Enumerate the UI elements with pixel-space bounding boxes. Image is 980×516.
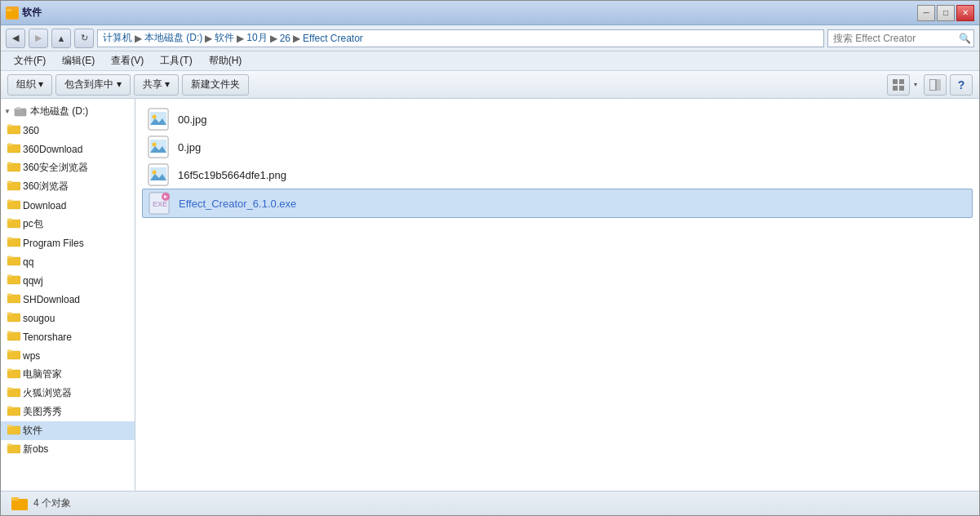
menu-tools[interactable]: 工具(T)	[153, 52, 198, 69]
svg-rect-43	[7, 407, 12, 409]
status-bar: 4 个对象	[1, 491, 979, 515]
organize-button[interactable]: 组织 ▾	[7, 74, 52, 96]
svg-rect-70	[11, 499, 28, 510]
folder-icon-1	[7, 142, 19, 156]
menu-edit[interactable]: 编辑(E)	[55, 52, 101, 69]
sidebar-label-0: 360	[23, 125, 39, 136]
folder-icon-2	[7, 161, 19, 175]
path-day[interactable]: 26	[280, 33, 290, 44]
svg-rect-41	[7, 388, 12, 390]
svg-text:EXE: EXE	[153, 200, 167, 208]
view-dropdown-arrow[interactable]: ▾	[914, 81, 917, 88]
include-library-button[interactable]: 包含到库中 ▾	[55, 74, 130, 96]
sidebar-item-3[interactable]: 360浏览器	[1, 177, 135, 196]
file-item-3[interactable]: EXE Effect_Creator_6.1.0.exe	[142, 189, 973, 218]
search-icon[interactable]: 🔍	[958, 32, 971, 45]
file-name-3: Effect_Creator_6.1.0.exe	[179, 198, 296, 210]
file-icon-3: EXE	[148, 192, 174, 215]
folder-title-icon	[6, 7, 19, 20]
view-list-button[interactable]	[887, 74, 910, 96]
sidebar-label-10: sougou	[23, 313, 55, 324]
address-path[interactable]: 计算机 ▶ 本地磁盘 (D:) ▶ 软件 ▶ 10月 ▶ 26 ▶ Effect…	[97, 29, 824, 47]
sidebar-item-16[interactable]: 软件	[1, 421, 135, 440]
file-item-2[interactable]: 16f5c19b5664dfe1.png	[142, 161, 973, 189]
svg-rect-9	[16, 107, 20, 109]
sidebar-label-8: qqwj	[23, 275, 43, 287]
disk-label: 本地磁盘 (D:)	[30, 105, 88, 118]
title-bar: 软件 ─ □ ✕	[1, 1, 979, 25]
svg-rect-45	[7, 425, 12, 428]
sidebar-label-3: 360浏览器	[23, 180, 69, 194]
menu-bar: 文件(F) 编辑(E) 查看(V) 工具(T) 帮助(H)	[1, 51, 979, 71]
folder-icon-15	[7, 405, 19, 419]
path-drive[interactable]: 本地磁盘 (D:)	[144, 31, 202, 45]
folder-icon-16	[7, 424, 19, 438]
file-item-0[interactable]: 00.jpg	[142, 105, 973, 133]
svg-rect-13	[7, 125, 12, 127]
file-name-1: 0.jpg	[178, 141, 201, 153]
folder-icon-9	[7, 292, 19, 306]
title-controls: ─ □ ✕	[917, 5, 974, 21]
path-computer[interactable]: 计算机	[103, 31, 132, 45]
sidebar: ▼ 本地磁盘 (D:) 360 360Download 360安全浏览器 360…	[1, 99, 135, 491]
sidebar-item-11[interactable]: Tenorshare	[1, 327, 135, 346]
up-button[interactable]: ▲	[51, 29, 71, 48]
sidebar-item-4[interactable]: Download	[1, 196, 135, 215]
menu-view[interactable]: 查看(V)	[104, 52, 150, 69]
file-item-1[interactable]: 0.jpg	[142, 133, 973, 161]
preview-pane-button[interactable]	[924, 74, 947, 96]
svg-point-52	[153, 115, 157, 119]
svg-rect-29	[7, 275, 12, 278]
sidebar-label-12: wps	[23, 350, 40, 362]
menu-file[interactable]: 文件(F)	[7, 52, 52, 69]
svg-rect-1	[7, 9, 11, 11]
sidebar-item-7[interactable]: qq	[1, 252, 135, 271]
disk-item[interactable]: ▼ 本地磁盘 (D:)	[1, 102, 135, 121]
svg-rect-2	[893, 79, 898, 84]
sidebar-item-13[interactable]: 电脑管家	[1, 365, 135, 384]
sidebar-item-5[interactable]: pc包	[1, 215, 135, 234]
sidebar-items-container: 360 360Download 360安全浏览器 360浏览器 Download…	[1, 121, 135, 459]
svg-rect-17	[7, 162, 12, 165]
sidebar-item-0[interactable]: 360	[1, 121, 135, 140]
svg-rect-33	[7, 313, 12, 315]
sidebar-item-15[interactable]: 美图秀秀	[1, 403, 135, 421]
sidebar-item-2[interactable]: 360安全浏览器	[1, 158, 135, 177]
main-content: ▼ 本地磁盘 (D:) 360 360Download 360安全浏览器 360…	[1, 99, 979, 491]
maximize-button[interactable]: □	[937, 5, 955, 21]
svg-rect-71	[11, 497, 19, 500]
sidebar-item-12[interactable]: wps	[1, 346, 135, 365]
share-button[interactable]: 共享 ▾	[134, 74, 179, 96]
toolbar: 组织 ▾ 包含到库中 ▾ 共享 ▾ 新建文件夹 ▾ ?	[1, 71, 979, 99]
back-button[interactable]: ◀	[6, 29, 25, 48]
sidebar-label-11: Tenorshare	[23, 331, 72, 343]
new-folder-button[interactable]: 新建文件夹	[182, 74, 249, 96]
sidebar-item-10[interactable]: sougou	[1, 309, 135, 327]
sidebar-item-14[interactable]: 火狐浏览器	[1, 384, 135, 403]
close-button[interactable]: ✕	[956, 5, 974, 21]
sidebar-item-6[interactable]: Program Files	[1, 234, 135, 252]
search-input[interactable]	[827, 29, 974, 47]
svg-rect-7	[937, 79, 941, 91]
file-area[interactable]: 00.jpg 0.jpg 16f5c19b5664dfe1.png EXE	[135, 99, 979, 491]
sidebar-label-13: 电脑管家	[23, 367, 62, 381]
forward-button[interactable]: ▶	[29, 29, 48, 48]
sidebar-label-7: qq	[23, 256, 33, 268]
sidebar-item-9[interactable]: SHDownload	[1, 290, 135, 309]
sidebar-item-17[interactable]: 新obs	[1, 440, 135, 459]
sidebar-item-8[interactable]: qqwj	[1, 271, 135, 290]
sidebar-item-1[interactable]: 360Download	[1, 140, 135, 158]
sidebar-label-2: 360安全浏览器	[23, 161, 88, 175]
status-folder-icon	[11, 495, 29, 513]
sidebar-label-15: 美图秀秀	[23, 405, 62, 419]
path-software[interactable]: 软件	[215, 31, 234, 45]
menu-help[interactable]: 帮助(H)	[202, 52, 249, 69]
svg-rect-37	[7, 350, 12, 353]
refresh-button[interactable]: ↻	[74, 29, 94, 48]
folder-icon-6	[7, 236, 19, 250]
path-month[interactable]: 10月	[246, 31, 267, 45]
svg-rect-23	[7, 219, 12, 221]
help-button[interactable]: ?	[950, 74, 973, 96]
path-effect-creator[interactable]: Effect Creator	[303, 33, 363, 44]
minimize-button[interactable]: ─	[917, 5, 935, 21]
